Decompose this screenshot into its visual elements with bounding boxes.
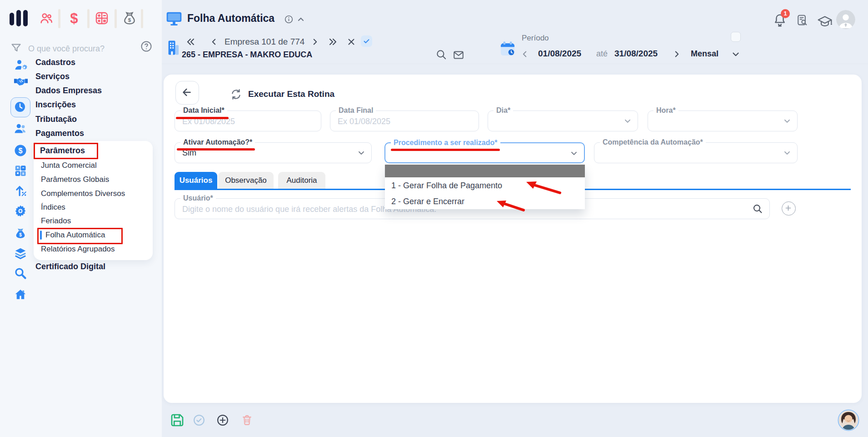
- data-final-label: Data Final: [336, 106, 376, 115]
- document-search-icon[interactable]: [795, 14, 809, 29]
- user-avatar[interactable]: [836, 10, 855, 31]
- company-pager-label: Empresa 101 de 774: [224, 37, 304, 47]
- calculator-blue-icon[interactable]: [14, 164, 27, 178]
- data-final-field[interactable]: Data Final: [330, 111, 479, 131]
- collapse-chevron-up-icon[interactable]: [296, 15, 305, 26]
- back-button[interactable]: [175, 81, 199, 105]
- layers-icon[interactable]: [14, 246, 27, 260]
- monitor-icon: [165, 11, 183, 28]
- tab-usuarios[interactable]: Usuários: [175, 172, 217, 189]
- data-inicial-field[interactable]: Data Inicial*: [175, 111, 321, 131]
- hora-label: Hora*: [653, 106, 678, 115]
- sidebar-item-complementos-diversos[interactable]: Complementos Diversos: [41, 188, 125, 200]
- app-screen: $ $ O que você procura?: [0, 0, 868, 437]
- sidebar-item-junta-comercial[interactable]: Junta Comercial: [41, 160, 97, 171]
- sidebar-item-feriados[interactable]: Feriados: [41, 215, 71, 227]
- ativar-automacao-value: Sim: [182, 143, 196, 163]
- sidebar-item-servicos[interactable]: Serviços: [35, 70, 70, 83]
- building-icon: [166, 39, 180, 58]
- procedimento-select[interactable]: Procedimento a ser realizado*: [384, 142, 585, 163]
- home-icon[interactable]: [14, 288, 27, 301]
- delete-button[interactable]: [241, 414, 253, 428]
- procedimento-label: Procedimento a ser realizado*: [391, 138, 500, 147]
- first-company-button[interactable]: [185, 36, 195, 46]
- sidebar-item-pagamentos[interactable]: Pagamentos: [35, 127, 84, 140]
- dia-select[interactable]: Dia*: [488, 111, 638, 131]
- handshake-icon[interactable]: [14, 76, 27, 90]
- period-separator: até: [596, 49, 608, 59]
- header-divider: [162, 64, 868, 64]
- company-filter-checkbox[interactable]: [361, 35, 372, 47]
- module-moneybag-icon[interactable]: $: [122, 10, 137, 28]
- svg-text:$: $: [18, 146, 22, 155]
- period-mode-chevron-icon[interactable]: [731, 49, 741, 61]
- graduation-cap-icon[interactable]: [817, 15, 833, 30]
- tab-auditoria[interactable]: Auditoria: [278, 172, 325, 189]
- sidebar-item-dados-empresas[interactable]: Dados Empresas: [35, 85, 102, 97]
- dropdown-empty-option[interactable]: [385, 165, 585, 177]
- annotation-underline-ativar: [177, 148, 255, 151]
- company-search-icon[interactable]: [435, 49, 447, 62]
- hora-select[interactable]: Hora*: [648, 111, 798, 131]
- execute-routine-button[interactable]: Executar Esta Rotina: [248, 89, 334, 99]
- chevron-down-icon: [569, 149, 579, 158]
- sidebar-item-parametros-globais[interactable]: Parâmetros Globais: [41, 174, 109, 186]
- annotation-box-folha-automatica: [37, 228, 123, 244]
- gear-icon[interactable]: [14, 204, 27, 218]
- filter-icon[interactable]: [10, 42, 22, 56]
- sidebar-item-tributacao[interactable]: Tributação: [35, 113, 77, 126]
- trend-percent-icon[interactable]: [14, 184, 27, 197]
- support-chat-avatar[interactable]: [838, 409, 859, 433]
- dollar-circle-icon[interactable]: $: [14, 144, 27, 157]
- period-checkbox[interactable]: [731, 32, 741, 42]
- usuario-label: Usuário*: [180, 194, 216, 203]
- add-record-button[interactable]: [216, 414, 229, 428]
- sidebar-search-input[interactable]: O que você procura?: [28, 44, 105, 54]
- divider: [115, 9, 117, 28]
- chevron-down-icon: [783, 116, 792, 126]
- svg-text:$: $: [70, 10, 78, 26]
- add-usuario-button[interactable]: [782, 201, 796, 216]
- usuario-search-icon[interactable]: [752, 203, 763, 216]
- help-icon[interactable]: [140, 40, 153, 55]
- sidebar-item-relatorios-agrupados[interactable]: Relatórios Agrupados: [41, 243, 115, 255]
- routine-card: Executar Esta Rotina Data Inicial* Data …: [164, 75, 862, 403]
- sidebar-item-inscricoes[interactable]: Inscrições: [35, 99, 76, 111]
- annotation-arrow-option-1: [524, 180, 562, 196]
- period-mode-select[interactable]: Mensal: [691, 49, 718, 59]
- moneybag-blue-icon[interactable]: $: [14, 226, 27, 240]
- search-blue-icon[interactable]: [14, 266, 27, 280]
- person-gear-icon[interactable]: [14, 58, 27, 72]
- people-blue-icon[interactable]: [14, 122, 27, 136]
- confirm-button[interactable]: [193, 414, 205, 428]
- period-start-date[interactable]: 01/08/2025: [538, 49, 581, 59]
- tab-observacao[interactable]: Observação: [218, 172, 274, 189]
- competencia-select[interactable]: Competência da Automação*: [594, 142, 798, 163]
- clear-company-button[interactable]: [346, 37, 356, 47]
- period-end-date[interactable]: 31/08/2025: [614, 49, 658, 59]
- ativar-automacao-select[interactable]: Ativar Automação?* Sim: [175, 142, 372, 163]
- mail-icon[interactable]: [453, 49, 464, 63]
- svg-text:$: $: [19, 232, 22, 237]
- last-company-button[interactable]: [328, 36, 338, 46]
- module-financial-icon[interactable]: $: [67, 10, 81, 28]
- sidebar-item-certificado-digital[interactable]: Certificado Digital: [35, 261, 105, 273]
- info-icon[interactable]: [284, 15, 293, 25]
- module-calculator-icon[interactable]: [95, 11, 109, 27]
- save-button[interactable]: [169, 412, 185, 430]
- next-company-button[interactable]: [310, 37, 320, 47]
- clock-icon-selected[interactable]: [10, 97, 30, 117]
- divider: [58, 9, 60, 28]
- prev-company-button[interactable]: [209, 37, 219, 47]
- module-people-icon[interactable]: [39, 11, 54, 27]
- notification-badge: 1: [781, 9, 790, 18]
- sidebar-item-cadastros[interactable]: Cadastros: [35, 56, 75, 69]
- annotation-underline-procedimento: [391, 149, 500, 151]
- chevron-down-icon: [623, 116, 632, 126]
- period-next-button[interactable]: [672, 49, 682, 61]
- app-logo[interactable]: [9, 8, 30, 30]
- page-title: Folha Automática: [187, 12, 274, 25]
- sidebar-item-indices[interactable]: Índices: [41, 201, 65, 213]
- dia-label: Dia*: [494, 106, 513, 115]
- period-prev-button[interactable]: [520, 49, 530, 61]
